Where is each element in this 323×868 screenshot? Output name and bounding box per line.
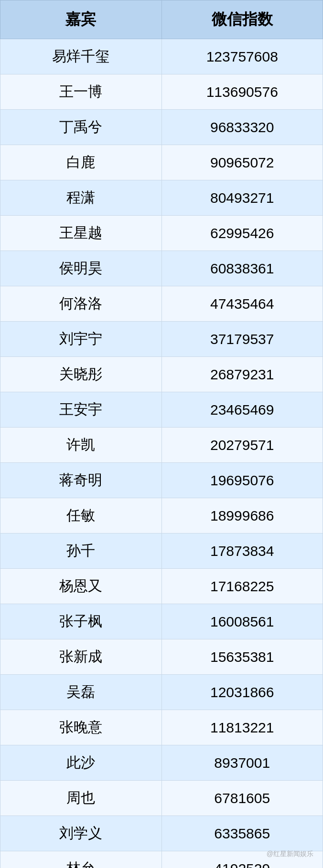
- guest-score: 12031866: [162, 675, 323, 710]
- table-row: 张晚意11813221: [0, 710, 323, 745]
- table-header-row: 嘉宾 微信指数: [0, 0, 323, 39]
- guest-score: 20279571: [162, 428, 323, 463]
- guest-score: 8937001: [162, 745, 323, 781]
- table-row: 吴磊12031866: [0, 675, 323, 710]
- table-row: 白鹿90965072: [0, 145, 323, 180]
- header-guest: 嘉宾: [0, 0, 162, 39]
- table-row: 张新成15635381: [0, 639, 323, 675]
- guest-name: 吴磊: [0, 675, 162, 710]
- guest-name: 何洛洛: [0, 286, 162, 322]
- guest-score: 96833320: [162, 110, 323, 145]
- table-row: 王一博113690576: [0, 74, 323, 110]
- guest-score: 23465469: [162, 392, 323, 428]
- guest-score: 16008561: [162, 604, 323, 639]
- guest-name: 刘学义: [0, 816, 162, 851]
- guest-name: 刘宇宁: [0, 322, 162, 357]
- header-index: 微信指数: [162, 0, 323, 39]
- guest-score: 47435464: [162, 286, 323, 322]
- table-row: 刘学义6335865: [0, 816, 323, 851]
- guest-name: 丁禹兮: [0, 110, 162, 145]
- guest-score: 15635381: [162, 639, 323, 675]
- guest-name: 蒋奇明: [0, 463, 162, 498]
- guest-score: 62995426: [162, 216, 323, 251]
- table-row: 此沙8937001: [0, 745, 323, 781]
- guest-name: 孙千: [0, 533, 162, 569]
- table-row: 王安宇23465469: [0, 392, 323, 428]
- guest-score: 60838361: [162, 251, 323, 286]
- table-row: 侯明昊60838361: [0, 251, 323, 286]
- guest-name: 杨恩又: [0, 569, 162, 604]
- table-row: 关晓彤26879231: [0, 357, 323, 392]
- guest-name: 王星越: [0, 216, 162, 251]
- guest-score: 17873834: [162, 533, 323, 569]
- guest-score: 6335865: [162, 816, 323, 851]
- guest-score: 6781605: [162, 781, 323, 816]
- guest-name: 关晓彤: [0, 357, 162, 392]
- guest-score: 11813221: [162, 710, 323, 745]
- table-row: 任敏18999686: [0, 498, 323, 533]
- guest-score: 19695076: [162, 463, 323, 498]
- guest-name: 此沙: [0, 745, 162, 781]
- guest-score: 18999686: [162, 498, 323, 533]
- guest-name: 许凯: [0, 428, 162, 463]
- guest-score: 113690576: [162, 74, 323, 110]
- guest-name: 王安宇: [0, 392, 162, 428]
- guest-score: 37179537: [162, 322, 323, 357]
- table-row: 何洛洛47435464: [0, 286, 323, 322]
- guest-name: 周也: [0, 781, 162, 816]
- guest-name: 张新成: [0, 639, 162, 675]
- table-row: 刘宇宁37179537: [0, 322, 323, 357]
- guest-name: 张子枫: [0, 604, 162, 639]
- guest-name: 侯明昊: [0, 251, 162, 286]
- guest-score: 17168225: [162, 569, 323, 604]
- table-row: 许凯20279571: [0, 428, 323, 463]
- guest-name: 张晚意: [0, 710, 162, 745]
- guest-name: 易烊千玺: [0, 39, 162, 74]
- guest-name: 林允: [0, 851, 162, 868]
- main-table: 嘉宾 微信指数 易烊千玺123757608王一博113690576丁禹兮9683…: [0, 0, 323, 868]
- guest-name: 程潇: [0, 180, 162, 216]
- guest-score: 90965072: [162, 145, 323, 180]
- guest-score: 80493271: [162, 180, 323, 216]
- guest-score: 123757608: [162, 39, 323, 74]
- table-row: 易烊千玺123757608: [0, 39, 323, 74]
- table-row: 程潇80493271: [0, 180, 323, 216]
- table-row: 杨恩又17168225: [0, 569, 323, 604]
- table-row: 周也6781605: [0, 781, 323, 816]
- table-row: 张子枫16008561: [0, 604, 323, 639]
- guest-name: 王一博: [0, 74, 162, 110]
- table-row: 孙千17873834: [0, 533, 323, 569]
- watermark: @红星新闻娱乐: [267, 850, 313, 858]
- guest-name: 白鹿: [0, 145, 162, 180]
- guest-score: 26879231: [162, 357, 323, 392]
- guest-name: 任敏: [0, 498, 162, 533]
- table-row: 王星越62995426: [0, 216, 323, 251]
- table-row: 蒋奇明19695076: [0, 463, 323, 498]
- table-row: 丁禹兮96833320: [0, 110, 323, 145]
